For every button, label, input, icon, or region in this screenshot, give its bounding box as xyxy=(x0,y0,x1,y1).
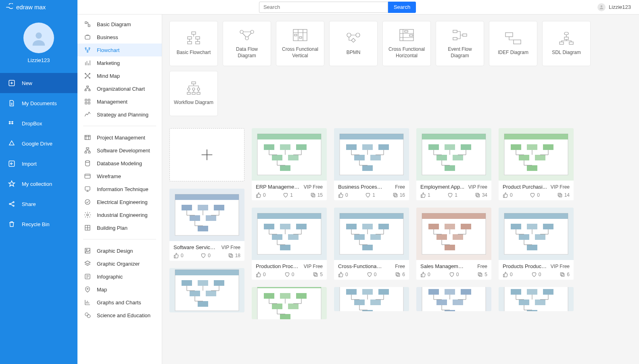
template-card[interactable]: Production Proce...VIP Free005 xyxy=(252,208,327,280)
nav-import[interactable]: Import xyxy=(0,154,77,174)
category-item[interactable]: Industrial Engineering xyxy=(77,208,162,221)
type-card[interactable]: Basic Flowchart xyxy=(169,21,218,66)
copy-stat[interactable]: 34 xyxy=(475,192,487,198)
template-card[interactable]: Business Process Mo...Free0116 xyxy=(334,128,409,200)
template-card[interactable] xyxy=(416,287,491,311)
category-item[interactable]: Graphs and Charts xyxy=(77,296,162,309)
category-icon xyxy=(84,21,91,28)
type-card[interactable]: Event Flow Diagram xyxy=(436,21,484,66)
template-card[interactable]: Product Purchasi...VIP Free0014 xyxy=(499,128,574,200)
svg-rect-97 xyxy=(280,144,290,150)
like-stat[interactable]: 0 xyxy=(338,272,348,277)
nav-google-drive[interactable]: Google Drive xyxy=(0,133,77,154)
copy-stat[interactable]: 6 xyxy=(395,272,405,277)
category-item[interactable]: Electrical Engineering xyxy=(77,196,162,208)
template-card[interactable]: Cross-Functional Flo...Free006 xyxy=(334,208,409,280)
type-card[interactable]: Cross Functional Horizontal xyxy=(382,21,431,66)
heart-stat[interactable]: 1 xyxy=(447,192,457,198)
copy-stat[interactable]: 6 xyxy=(560,272,570,277)
template-card[interactable]: Products Producti...VIP Free006 xyxy=(499,208,574,280)
search-input[interactable] xyxy=(259,2,388,13)
nav-label: Recycle Bin xyxy=(22,221,50,227)
category-item[interactable]: Graphic Organizer xyxy=(77,257,162,270)
category-item[interactable]: Marketing xyxy=(77,56,162,69)
category-item[interactable]: Software Development xyxy=(77,144,162,157)
template-card[interactable]: Employment App...VIP Free1134 xyxy=(416,128,491,200)
category-item[interactable]: Database Modeling xyxy=(77,157,162,170)
like-stat[interactable]: 0 xyxy=(503,192,513,198)
category-item[interactable]: Information Technique xyxy=(77,183,162,196)
like-stat[interactable]: 1 xyxy=(420,192,430,198)
heart-stat[interactable]: 0 xyxy=(530,192,540,198)
search-button[interactable]: Search xyxy=(388,2,416,13)
username-label[interactable]: Lizzie123 xyxy=(609,4,631,10)
heart-stat[interactable]: 0 xyxy=(284,272,294,277)
category-item[interactable]: Wireframe xyxy=(77,170,162,183)
type-thumb-icon xyxy=(344,31,363,46)
category-item[interactable]: Project Management xyxy=(77,131,162,144)
profile-avatar[interactable] xyxy=(23,23,54,53)
nav-recycle-bin[interactable]: Recycle Bin xyxy=(0,214,77,234)
heart-stat[interactable]: 0 xyxy=(200,253,211,258)
like-stat[interactable]: 0 xyxy=(256,272,266,277)
heart-stat[interactable]: 0 xyxy=(531,272,541,277)
type-card[interactable]: IDEF Diagram xyxy=(489,21,537,66)
nav-my-documents[interactable]: My Documents xyxy=(0,93,77,113)
category-item[interactable]: Map xyxy=(77,283,162,296)
copy-stat[interactable]: 14 xyxy=(557,192,570,198)
template-card[interactable]: Sales Management C...Free005 xyxy=(416,208,491,280)
nav-new[interactable]: New xyxy=(0,73,77,93)
template-meta: Software Service ...VIP Free0018 xyxy=(169,241,244,261)
template-card[interactable] xyxy=(252,287,327,319)
template-card[interactable]: ERP Managemen...VIP Free0115 xyxy=(252,128,327,200)
category-item[interactable]: Strategy and Planning xyxy=(77,108,162,121)
copy-stat[interactable]: 5 xyxy=(477,272,487,277)
svg-rect-203 xyxy=(519,234,529,240)
svg-rect-101 xyxy=(280,165,290,171)
like-stat[interactable]: 0 xyxy=(173,253,184,258)
template-thumbnail xyxy=(499,128,574,181)
like-stat[interactable]: 0 xyxy=(256,192,266,198)
svg-rect-176 xyxy=(478,272,481,275)
copy-stat[interactable]: 16 xyxy=(393,192,405,198)
type-card[interactable]: SDL Diagram xyxy=(542,21,591,66)
category-item[interactable]: Management xyxy=(77,95,162,108)
svg-rect-77 xyxy=(198,205,208,210)
heart-stat[interactable]: 0 xyxy=(367,272,377,277)
template-card[interactable] xyxy=(334,287,409,311)
template-card[interactable]: Software Service ...VIP Free0018 xyxy=(169,189,244,261)
category-item[interactable]: Flowchart xyxy=(77,44,162,56)
category-item[interactable]: Basic Diagram xyxy=(77,18,162,31)
type-card[interactable]: BPMN xyxy=(329,21,378,66)
category-item[interactable]: Organizational Chart xyxy=(77,82,162,95)
heart-stat[interactable]: 1 xyxy=(283,192,293,198)
like-stat[interactable]: 0 xyxy=(420,272,430,277)
category-item[interactable]: Infographic xyxy=(77,270,162,283)
like-stat[interactable]: 0 xyxy=(338,192,348,198)
type-card[interactable]: Cross Functional Vertical xyxy=(276,21,324,66)
new-blank-template[interactable] xyxy=(169,128,244,181)
nav-share[interactable]: Share xyxy=(0,194,77,214)
category-item[interactable]: Graphic Design xyxy=(77,244,162,257)
svg-point-69 xyxy=(197,88,200,90)
type-card[interactable]: Workflow Diagram xyxy=(169,71,218,116)
heart-stat[interactable]: 0 xyxy=(449,272,459,277)
copy-stat[interactable]: 18 xyxy=(228,253,240,258)
like-stat[interactable]: 0 xyxy=(503,272,513,277)
template-card[interactable] xyxy=(499,287,574,311)
type-card[interactable]: Data Flow Diagram xyxy=(223,21,271,66)
category-item[interactable]: Mind Map xyxy=(77,69,162,82)
copy-stat[interactable]: 15 xyxy=(310,192,323,198)
category-item[interactable]: Science and Education xyxy=(77,309,162,322)
template-card[interactable] xyxy=(169,268,244,312)
nav-my-collection[interactable]: My collection xyxy=(0,174,77,194)
brand-label: edraw max xyxy=(16,4,46,10)
svg-point-48 xyxy=(245,37,248,40)
user-avatar-icon[interactable] xyxy=(597,3,606,11)
nav-dropbox[interactable]: DropBox xyxy=(0,113,77,133)
heart-stat[interactable]: 1 xyxy=(365,192,375,198)
category-item[interactable]: Business xyxy=(77,31,162,44)
svg-rect-86 xyxy=(175,270,239,275)
category-item[interactable]: Building Plan xyxy=(77,221,162,234)
copy-stat[interactable]: 5 xyxy=(313,272,323,277)
